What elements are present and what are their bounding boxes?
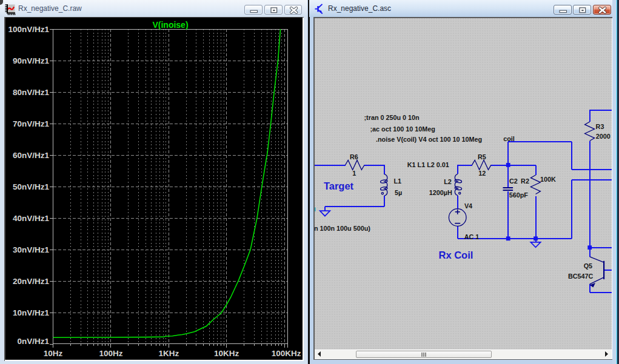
svg-text:1200µH: 1200µH bbox=[429, 189, 452, 196]
svg-text:100K: 100K bbox=[540, 176, 556, 183]
svg-text:50nV/Hz1: 50nV/Hz1 bbox=[12, 182, 49, 191]
svg-text:100Hz: 100Hz bbox=[99, 349, 122, 358]
svg-text:2000: 2000 bbox=[595, 132, 610, 139]
svg-text:10KHz: 10KHz bbox=[214, 349, 239, 358]
svg-text:;tran 0 250u 0 10n: ;tran 0 250u 0 10n bbox=[364, 114, 419, 121]
svg-text:30nV/Hz1: 30nV/Hz1 bbox=[12, 245, 49, 254]
svg-text:1: 1 bbox=[352, 169, 356, 176]
svg-text:C2: C2 bbox=[509, 177, 517, 184]
svg-text:Target: Target bbox=[323, 180, 353, 191]
svg-text:20nV/Hz1: 20nV/Hz1 bbox=[12, 277, 49, 286]
svg-text:AC 1: AC 1 bbox=[464, 233, 479, 240]
svg-text:R5: R5 bbox=[477, 153, 486, 160]
svg-text:80nV/Hz1: 80nV/Hz1 bbox=[12, 88, 49, 97]
svg-text:Rx Coil: Rx Coil bbox=[438, 249, 473, 260]
svg-text:560pF: 560pF bbox=[509, 191, 528, 198]
svg-text:L2: L2 bbox=[444, 177, 452, 185]
svg-text:;ac oct 100 10 10Meg: ;ac oct 100 10 10Meg bbox=[370, 125, 435, 133]
svg-text:100nV/Hz1: 100nV/Hz1 bbox=[8, 25, 49, 34]
svg-text:coil: coil bbox=[503, 135, 515, 142]
svg-text:BC547C: BC547C bbox=[567, 272, 593, 279]
svg-text:Q5: Q5 bbox=[583, 262, 592, 269]
svg-text:10nV/Hz1: 10nV/Hz1 bbox=[12, 308, 49, 317]
svg-text:0nV/Hz1: 0nV/Hz1 bbox=[17, 337, 49, 346]
svg-text:V4: V4 bbox=[464, 202, 472, 210]
svg-text:R6: R6 bbox=[349, 153, 358, 160]
svg-text:90nV/Hz1: 90nV/Hz1 bbox=[12, 56, 49, 65]
svg-text:60nV/Hz1: 60nV/Hz1 bbox=[12, 151, 49, 160]
svg-text:.noise V(coil) V4 oct 100 10 1: .noise V(coil) V4 oct 100 10 10Meg bbox=[376, 136, 482, 143]
svg-text:L1: L1 bbox=[393, 177, 401, 185]
svg-text:R2: R2 bbox=[521, 177, 529, 184]
svg-text:1KHz: 1KHz bbox=[158, 349, 179, 358]
svg-text:n 100n 100u 500u): n 100n 100u 500u) bbox=[315, 225, 370, 232]
svg-text:40nV/Hz1: 40nV/Hz1 bbox=[12, 214, 49, 223]
svg-text:K1 L1 L2 0.01: K1 L1 L2 0.01 bbox=[407, 161, 449, 168]
svg-text:V(inoise): V(inoise) bbox=[152, 20, 188, 30]
svg-text:10Hz: 10Hz bbox=[43, 349, 62, 358]
svg-text:100KHz: 100KHz bbox=[271, 349, 301, 358]
svg-text:5µ: 5µ bbox=[394, 188, 401, 196]
svg-text:70nV/Hz1: 70nV/Hz1 bbox=[12, 119, 49, 128]
svg-text:R3: R3 bbox=[595, 122, 604, 130]
svg-text:12: 12 bbox=[478, 170, 486, 177]
